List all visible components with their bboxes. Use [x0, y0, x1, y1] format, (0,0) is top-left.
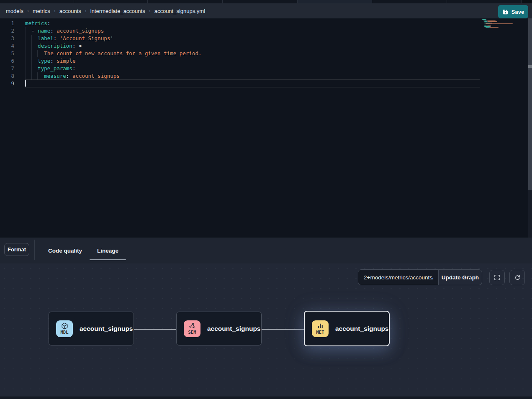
breadcrumb-item[interactable]: models	[6, 8, 23, 14]
code-token: :	[50, 28, 54, 34]
line-number: 7	[0, 65, 14, 72]
ide-window: models›metrics›accounts›intermediate_acc…	[0, 0, 532, 399]
code-token	[25, 65, 38, 72]
lineage-edge	[134, 329, 176, 330]
bottom-panel: Format Code qualityLineage Update Graph	[0, 238, 532, 399]
save-button[interactable]: Save	[498, 5, 528, 18]
scrollbar-thumb[interactable]	[528, 18, 532, 190]
lineage-node-mdl[interactable]: MDLaccount_signups	[49, 312, 134, 345]
breadcrumb-item[interactable]: metrics	[33, 8, 50, 14]
lineage-node-met[interactable]: METaccount_signups	[304, 311, 390, 346]
panel-divider	[34, 240, 35, 260]
code-line: type: simple	[25, 57, 75, 65]
breadcrumb: models›metrics›accounts›intermediate_acc…	[6, 3, 205, 18]
code-token	[25, 50, 44, 56]
editor-scrollbar[interactable]	[528, 18, 532, 238]
chevron-right-icon: ›	[85, 8, 87, 14]
text-cursor	[25, 80, 26, 87]
fullscreen-icon	[493, 274, 501, 281]
refresh-icon	[514, 274, 521, 281]
met-badge: MET	[312, 320, 329, 337]
lineage-node-sem[interactable]: SEMaccount_signups	[176, 312, 262, 345]
code-token: label	[38, 35, 54, 41]
cube-icon	[61, 322, 68, 330]
panel-tabs: Code qualityLineage	[41, 238, 126, 263]
breadcrumb-item[interactable]: account_signups.yml	[154, 8, 205, 14]
window-tab[interactable]	[447, 0, 522, 3]
lineage-selector-input[interactable]	[358, 270, 439, 285]
code-token: type	[38, 58, 50, 64]
tab-label: Lineage	[97, 248, 118, 254]
node-label: account_signups	[335, 325, 388, 332]
format-button[interactable]: Format	[4, 243, 29, 256]
code-token	[25, 43, 38, 49]
code-line: label: 'Account Signups'	[25, 35, 113, 42]
window-tab-strip	[0, 0, 532, 3]
minimap-line	[482, 28, 524, 29]
window-tab[interactable]	[223, 0, 298, 3]
code-token: description	[38, 43, 72, 49]
code-token: name	[38, 28, 50, 34]
code-token	[25, 28, 31, 34]
sem-badge: SEM	[184, 320, 200, 337]
code-token: >	[75, 43, 82, 49]
window-tab[interactable]	[148, 0, 223, 3]
node-label: account_signups	[80, 325, 133, 332]
code-line: - name: account_signups	[25, 27, 104, 35]
window-tab-strip-filler	[522, 0, 532, 3]
bar-chart-icon	[317, 322, 324, 330]
save-button-label: Save	[511, 9, 524, 15]
active-tab-underline	[90, 259, 126, 261]
scrollbar-cursor-marker	[528, 65, 532, 68]
refresh-button[interactable]	[509, 270, 525, 285]
node-label: account_signups	[207, 325, 260, 332]
floppy-disk-icon	[502, 9, 509, 15]
code-token: simple	[54, 58, 76, 64]
chevron-right-icon: ›	[27, 8, 29, 14]
line-number: 9	[0, 80, 14, 87]
chevron-right-icon: ›	[149, 8, 151, 14]
code-token: type_params	[38, 65, 72, 72]
update-graph-button[interactable]: Update Graph	[439, 270, 482, 285]
window-tab[interactable]	[372, 0, 447, 3]
panel-footer-strip	[0, 396, 532, 399]
code-line: type_params:	[25, 65, 75, 72]
current-line-highlight	[25, 79, 480, 87]
lineage-edge	[262, 329, 304, 330]
breadcrumb-item[interactable]: accounts	[59, 8, 81, 14]
code-token: :	[50, 58, 54, 64]
code-token: account_signups	[54, 28, 104, 34]
badge-label: SEM	[188, 330, 196, 335]
editor-minimap[interactable]	[482, 19, 524, 29]
breadcrumb-item[interactable]: intermediate_accounts	[90, 8, 145, 14]
badge-label: MET	[316, 330, 324, 335]
line-number: 3	[0, 35, 14, 42]
window-tab[interactable]	[298, 0, 372, 3]
breadcrumb-bar: models›metrics›accounts›intermediate_acc…	[0, 3, 532, 18]
code-token: measure	[44, 73, 66, 79]
window-tab[interactable]	[0, 0, 74, 3]
line-number: 1	[0, 20, 14, 27]
lineage-canvas[interactable]: Update Graph MDLacco	[0, 263, 532, 396]
code-line: metrics:	[25, 20, 50, 27]
line-number: 6	[0, 57, 14, 65]
code-token: The count of new accounts for a given ti…	[44, 50, 201, 56]
line-number: 2	[0, 27, 14, 35]
code-token	[25, 58, 38, 64]
code-token: :	[47, 20, 51, 26]
code-token: 'Account Signups'	[57, 35, 113, 41]
badge-label: MDL	[61, 330, 69, 335]
code-token: -	[31, 28, 38, 34]
tab-code-quality[interactable]: Code quality	[41, 238, 90, 263]
line-number: 8	[0, 72, 14, 80]
window-tab[interactable]	[74, 0, 148, 3]
fullscreen-button[interactable]	[489, 270, 505, 285]
code-token: metrics	[25, 20, 47, 26]
tab-lineage[interactable]: Lineage	[90, 238, 126, 263]
lineage-selector-group: Update Graph	[358, 269, 482, 285]
code-token	[25, 35, 38, 41]
code-line: description: >	[25, 42, 82, 50]
code-editor[interactable]: 123456789 metrics: - name: account_signu…	[0, 18, 532, 238]
mdl-badge: MDL	[56, 320, 73, 337]
line-number: 4	[0, 42, 14, 50]
